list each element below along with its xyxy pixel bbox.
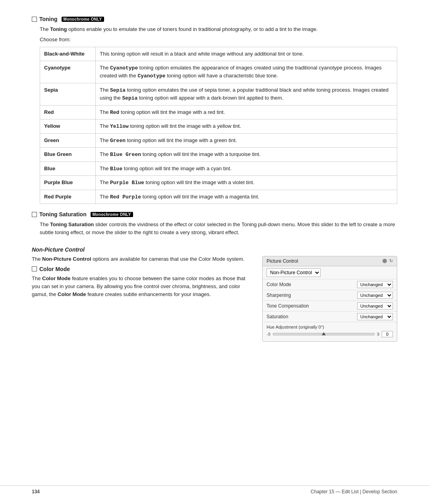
panel-row-select[interactable]: Unchanged xyxy=(357,302,393,310)
panel-circle-icon xyxy=(383,259,387,263)
panel-row: Tone CompensationUnchanged xyxy=(263,301,397,312)
toning-option-desc: The Yellow toning option will tint the i… xyxy=(96,119,397,134)
table-row: CyanotypeThe Cyanotype toning option emu… xyxy=(40,61,397,83)
checkbox-icon xyxy=(32,17,37,22)
toning-option-desc: The Cyanotype toning option emulates the… xyxy=(96,61,397,83)
non-picture-bold: Non-Picture Control xyxy=(42,256,91,262)
toning-option-name: Red xyxy=(40,105,96,119)
color-mode-title: Color Mode xyxy=(39,266,70,272)
toning-heading: Toning Monochrome ONLY xyxy=(32,16,397,22)
toning-saturation-body: The Toning Saturation slider controls th… xyxy=(32,221,397,237)
panel-icons: ↻ xyxy=(383,258,393,264)
hue-thumb xyxy=(322,332,326,335)
monochrome-badge-2: Monochrome ONLY xyxy=(91,212,133,217)
checkbox-icon-3 xyxy=(32,266,37,271)
non-picture-intro: The Non-Picture Control options are avai… xyxy=(32,256,253,262)
panel-row: Color ModeUnchanged xyxy=(263,279,397,290)
table-row: Red PurpleThe Red Purple toning option w… xyxy=(40,190,397,204)
right-col: Picture Control ↻ Non-Picture Control Co… xyxy=(262,256,397,342)
toning-saturation-title: Toning Saturation xyxy=(39,211,87,217)
hue-value-input[interactable] xyxy=(382,331,393,337)
toning-option-desc: The Red Purple toning option will tint t… xyxy=(96,190,397,204)
non-picture-heading: Non-Picture Control xyxy=(32,246,397,253)
toning-option-name: Yellow xyxy=(40,119,96,134)
panel-row-label: Color Mode xyxy=(267,282,357,287)
footer-page-number: 134 xyxy=(32,489,40,494)
color-mode-heading: Color Mode xyxy=(32,266,253,272)
toning-description: The Toning options enable you to emulate… xyxy=(40,25,397,33)
panel-row: SaturationUnchanged xyxy=(263,312,397,322)
table-row: GreenThe Green toning option will tint t… xyxy=(40,133,397,148)
panel-titlebar: Picture Control ↻ xyxy=(263,256,397,266)
toning-option-desc: The Sepia toning option emulates the use… xyxy=(96,83,397,105)
page-footer: 134 Chapter 15 — Edit List | Develop Sec… xyxy=(0,485,429,494)
color-mode-description: The Color Mode feature enables you to ch… xyxy=(32,275,253,298)
table-row: Black-and-WhiteThis toning option will r… xyxy=(40,47,397,61)
toning-saturation-heading: Toning Saturation Monochrome ONLY xyxy=(32,211,397,217)
footer-chapter: Chapter 15 — Edit List | Develop Section xyxy=(311,489,397,494)
panel-row-label: Sharpening xyxy=(267,292,357,298)
toning-option-name: Black-and-White xyxy=(40,47,96,61)
monochrome-badge: Monochrome ONLY xyxy=(62,17,104,22)
hue-min: -9 xyxy=(267,332,271,337)
toning-option-name: Purple Blue xyxy=(40,176,96,190)
toning-option-desc: The Blue Green toning option will tint t… xyxy=(96,148,397,162)
left-col: The Non-Picture Control options are avai… xyxy=(32,256,253,298)
toning-saturation-description: The Toning Saturation slider controls th… xyxy=(40,221,397,237)
toning-option-name: Red Purple xyxy=(40,190,96,204)
toning-option-name: Sepia xyxy=(40,83,96,105)
table-row: RedThe Red toning option will tint the i… xyxy=(40,105,397,119)
toning-option-name: Blue Green xyxy=(40,148,96,162)
table-row: SepiaThe Sepia toning option emulates th… xyxy=(40,83,397,105)
toning-option-desc: The Purple Blue toning option will tint … xyxy=(96,176,397,190)
non-picture-control-dropdown[interactable]: Non-Picture Control xyxy=(267,268,321,277)
non-picture-section: Non-Picture Control The Non-Picture Cont… xyxy=(32,246,397,342)
toning-table: Black-and-WhiteThis toning option will r… xyxy=(40,47,397,204)
toning-body: The Toning options enable you to emulate… xyxy=(32,25,397,204)
toning-title: Toning xyxy=(39,16,58,22)
panel-row: SharpeningUnchanged xyxy=(263,290,397,301)
hue-max: 9 xyxy=(377,332,379,337)
two-col-layout: The Non-Picture Control options are avai… xyxy=(32,256,397,342)
toning-option-desc: The Blue toning option will tint the ima… xyxy=(96,162,397,176)
hue-slider-row: -9 9 xyxy=(267,331,393,337)
toning-option-name: Blue xyxy=(40,162,96,176)
table-row: BlueThe Blue toning option will tint the… xyxy=(40,162,397,176)
picture-control-panel: Picture Control ↻ Non-Picture Control Co… xyxy=(262,256,397,342)
hue-track[interactable] xyxy=(273,333,375,335)
hue-label: Hue Adjustment (originally 0°) xyxy=(267,325,393,329)
panel-row-select[interactable]: Unchanged xyxy=(357,313,393,320)
toning-option-desc: This toning option will result in a blac… xyxy=(96,47,397,61)
panel-row-select[interactable]: Unchanged xyxy=(357,292,393,299)
panel-refresh-icon[interactable]: ↻ xyxy=(389,258,393,264)
toning-option-desc: The Green toning option will tint the im… xyxy=(96,133,397,148)
panel-row-select[interactable]: Unchanged xyxy=(357,281,393,288)
toning-option-desc: The Red toning option will tint the imag… xyxy=(96,105,397,119)
panel-hue-section: Hue Adjustment (originally 0°) -9 9 xyxy=(263,322,397,341)
table-row: Purple BlueThe Purple Blue toning option… xyxy=(40,176,397,190)
panel-dropdown-row: Non-Picture Control xyxy=(263,266,397,279)
panel-title: Picture Control xyxy=(267,258,298,264)
panel-row-label: Saturation xyxy=(267,314,357,319)
toning-option-name: Green xyxy=(40,133,96,148)
table-row: YellowThe Yellow toning option will tint… xyxy=(40,119,397,134)
table-row: Blue GreenThe Blue Green toning option w… xyxy=(40,148,397,162)
panel-row-label: Tone Compensation xyxy=(267,303,357,309)
toning-option-name: Cyanotype xyxy=(40,61,96,83)
choose-from-label: Choose from: xyxy=(40,36,397,44)
checkbox-icon-2 xyxy=(32,212,37,217)
